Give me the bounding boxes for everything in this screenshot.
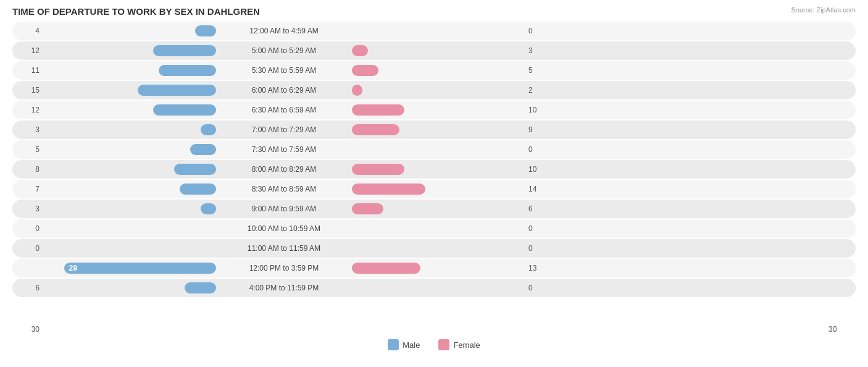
female-bar-area bbox=[352, 184, 525, 195]
female-bar bbox=[352, 184, 425, 195]
chart-row: 011:00 AM to 11:59 AM0 bbox=[12, 239, 856, 258]
chart-row: 88:00 AM to 8:29 AM10 bbox=[12, 160, 856, 179]
female-bar-area bbox=[352, 282, 525, 293]
female-value: 2 bbox=[525, 86, 556, 95]
female-value: 9 bbox=[525, 125, 556, 134]
chart-row: 37:00 AM to 7:29 AM9 bbox=[12, 120, 856, 139]
chart-row: 78:30 AM to 8:59 AM14 bbox=[12, 180, 856, 198]
male-bar: 29 bbox=[64, 263, 217, 274]
chart-area: 412:00 AM to 4:59 AM0125:00 AM to 5:29 A… bbox=[12, 22, 856, 321]
female-value: 13 bbox=[525, 264, 556, 272]
male-bar-area bbox=[43, 184, 216, 195]
female-bar-area bbox=[352, 124, 525, 135]
time-label: 7:30 AM to 7:59 AM bbox=[216, 145, 352, 154]
female-bar-area bbox=[352, 223, 525, 234]
female-bar-area bbox=[352, 263, 525, 274]
female-bar-area bbox=[352, 104, 525, 116]
female-bar bbox=[352, 124, 399, 135]
male-bar bbox=[138, 85, 217, 96]
chart-row: 2912:00 PM to 3:59 PM13 bbox=[12, 259, 856, 277]
female-value: 0 bbox=[525, 224, 556, 233]
female-bar bbox=[352, 85, 362, 96]
chart-title: TIME OF DEPARTURE TO WORK BY SEX IN DAHL… bbox=[12, 6, 856, 17]
male-bar-area bbox=[43, 203, 216, 214]
female-bar-area bbox=[352, 45, 525, 56]
male-bar-area bbox=[43, 282, 216, 293]
female-bar-area bbox=[352, 243, 525, 254]
time-label: 12:00 PM to 3:59 PM bbox=[216, 264, 352, 272]
male-value: 12 bbox=[12, 46, 43, 55]
female-bar-area bbox=[352, 65, 525, 76]
axis-row: 30 30 bbox=[12, 323, 856, 335]
female-bar bbox=[352, 104, 404, 116]
male-bar bbox=[153, 104, 216, 116]
male-bar bbox=[185, 282, 216, 293]
chart-row: 126:30 AM to 6:59 AM10 bbox=[12, 101, 856, 119]
axis-left-val: 30 bbox=[12, 325, 43, 334]
time-label: 7:00 AM to 7:29 AM bbox=[216, 125, 352, 134]
female-value: 3 bbox=[525, 46, 556, 55]
time-label: 8:30 AM to 8:59 AM bbox=[216, 185, 352, 193]
male-value: 12 bbox=[12, 106, 43, 114]
time-label: 6:00 AM to 6:29 AM bbox=[216, 86, 352, 95]
male-value: 4 bbox=[12, 27, 43, 35]
male-value: 0 bbox=[12, 224, 43, 233]
female-bar-area bbox=[352, 203, 525, 214]
legend-female-box bbox=[438, 339, 449, 350]
male-bar-area: 29 bbox=[43, 263, 216, 274]
male-bar bbox=[174, 164, 216, 175]
chart-row: 115:30 AM to 5:59 AM5 bbox=[12, 61, 856, 80]
time-label: 8:00 AM to 8:29 AM bbox=[216, 165, 352, 174]
chart-row: 64:00 PM to 11:59 PM0 bbox=[12, 279, 856, 297]
male-bar bbox=[201, 124, 217, 135]
legend-female-label: Female bbox=[453, 340, 480, 350]
female-bar-area bbox=[352, 85, 525, 96]
legend-male: Male bbox=[388, 339, 420, 350]
male-bar-area bbox=[43, 144, 216, 155]
time-label: 5:30 AM to 5:59 AM bbox=[216, 66, 352, 75]
axis-right-val: 30 bbox=[825, 325, 856, 334]
female-value: 10 bbox=[525, 106, 556, 114]
male-bar-area bbox=[43, 65, 216, 76]
female-bar-area bbox=[352, 25, 525, 36]
male-bar bbox=[159, 65, 217, 76]
male-value: 11 bbox=[12, 66, 43, 75]
chart-row: 412:00 AM to 4:59 AM0 bbox=[12, 22, 856, 40]
female-value: 0 bbox=[525, 244, 556, 253]
male-value: 3 bbox=[12, 205, 43, 213]
female-value: 10 bbox=[525, 165, 556, 174]
female-bar bbox=[352, 203, 383, 214]
legend-female: Female bbox=[438, 339, 480, 350]
female-value: 0 bbox=[525, 27, 556, 35]
chart-row: 010:00 AM to 10:59 AM0 bbox=[12, 219, 856, 238]
male-bar-area bbox=[43, 223, 216, 234]
chart-row: 39:00 AM to 9:59 AM6 bbox=[12, 200, 856, 218]
male-value: 3 bbox=[12, 125, 43, 134]
time-label: 10:00 AM to 10:59 AM bbox=[216, 224, 352, 233]
legend: Male Female bbox=[12, 339, 856, 350]
male-value: 5 bbox=[12, 145, 43, 154]
time-label: 4:00 PM to 11:59 PM bbox=[216, 284, 352, 292]
female-bar-area bbox=[352, 144, 525, 155]
source-label: Source: ZipAtlas.com bbox=[791, 6, 856, 14]
chart-container: TIME OF DEPARTURE TO WORK BY SEX IN DAHL… bbox=[0, 0, 868, 367]
male-bar bbox=[195, 25, 216, 36]
male-bar-area bbox=[43, 164, 216, 175]
male-value: 0 bbox=[12, 244, 43, 253]
male-bar-area bbox=[43, 124, 216, 135]
male-value: 7 bbox=[12, 185, 43, 193]
legend-male-label: Male bbox=[403, 340, 420, 350]
female-value: 6 bbox=[525, 205, 556, 213]
male-bar bbox=[180, 184, 217, 195]
male-bar-area bbox=[43, 243, 216, 254]
female-value: 5 bbox=[525, 66, 556, 75]
male-bar bbox=[190, 144, 217, 155]
female-bar bbox=[352, 164, 404, 175]
female-bar-area bbox=[352, 164, 525, 175]
female-bar bbox=[352, 45, 368, 56]
male-value: 8 bbox=[12, 165, 43, 174]
female-bar bbox=[352, 65, 378, 76]
chart-row: 125:00 AM to 5:29 AM3 bbox=[12, 41, 856, 60]
male-bar-area bbox=[43, 25, 216, 36]
male-bar-area bbox=[43, 45, 216, 56]
